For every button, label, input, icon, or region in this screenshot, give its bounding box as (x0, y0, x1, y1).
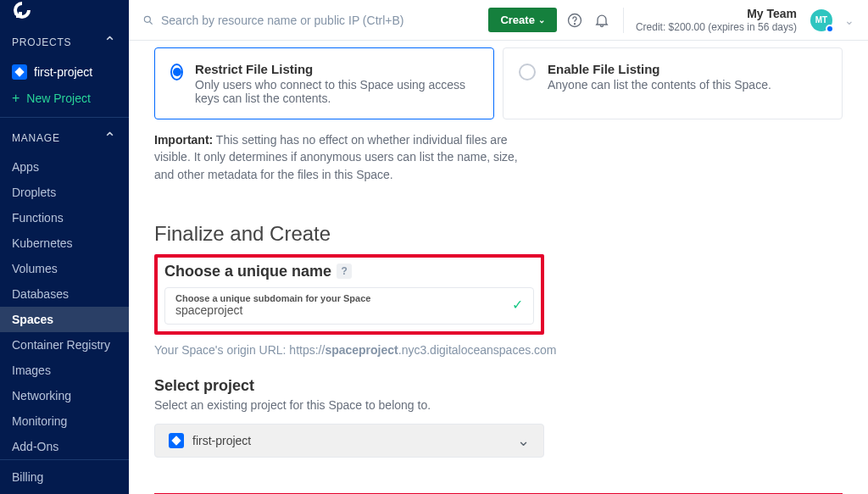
sidebar-item-databases[interactable]: Databases (0, 281, 129, 307)
sidebar-item-droplets[interactable]: Droplets (0, 180, 129, 205)
check-icon: ✓ (512, 297, 523, 313)
subdomain-value: spaceproject (175, 303, 370, 317)
svg-rect-1 (16, 15, 19, 18)
projects-header-label: PROJECTS (12, 36, 71, 48)
search-bar[interactable] (142, 14, 480, 27)
svg-point-3 (144, 16, 150, 22)
restrict-desc: Only users who connect to this Space usi… (195, 78, 478, 105)
enable-desc: Anyone can list the contents of this Spa… (548, 78, 771, 92)
radio-unselected-icon (519, 64, 536, 80)
sidebar-item-kubernetes[interactable]: Kubernetes (0, 230, 129, 256)
avatar[interactable]: MT (810, 9, 832, 31)
restrict-file-listing-card[interactable]: Restrict File Listing Only users who con… (154, 47, 494, 119)
sidebar-item-container-registry[interactable]: Container Registry (0, 332, 129, 358)
project-icon (169, 433, 184, 448)
search-icon (142, 14, 154, 26)
select-project-subtext: Select an existing project for this Spac… (154, 398, 843, 412)
subdomain-input[interactable]: Choose a unique subdomain for your Space… (164, 287, 534, 325)
search-input[interactable] (161, 14, 480, 27)
chevron-down-icon: ⌄ (538, 15, 545, 25)
manage-header-label: MANAGE (12, 132, 60, 144)
radio-selected-icon (170, 64, 183, 80)
finalize-heading: Finalize and Create (154, 222, 843, 246)
project-select-value: first-project (192, 434, 251, 447)
chevron-down-icon: ⌄ (517, 431, 530, 450)
create-button[interactable]: Create ⌄ (488, 8, 556, 32)
sidebar-item-addons[interactable]: Add-Ons (0, 434, 129, 459)
sidebar-project-first[interactable]: first-project (0, 58, 129, 86)
chevron-down-icon[interactable]: ⌄ (844, 14, 854, 27)
bell-icon[interactable] (593, 11, 611, 30)
svg-rect-2 (14, 14, 16, 15)
manage-header[interactable]: MANAGE ⌃ (0, 117, 129, 154)
sidebar-item-functions[interactable]: Functions (0, 205, 129, 230)
help-badge-icon[interactable]: ? (337, 264, 352, 279)
svg-point-6 (574, 23, 575, 24)
page-content: Restrict File Listing Only users who con… (129, 41, 868, 494)
restrict-title: Restrict File Listing (195, 62, 478, 76)
sidebar-item-networking[interactable]: Networking (0, 383, 129, 408)
sidebar-item-monitoring[interactable]: Monitoring (0, 408, 129, 434)
brand-logo[interactable] (0, 0, 129, 21)
sidebar-item-billing[interactable]: Billing (0, 460, 129, 494)
plus-icon: + (12, 92, 19, 105)
important-note: Important: This setting has no effect on… (154, 131, 519, 183)
svg-line-4 (150, 21, 153, 24)
sidebar-item-spaces[interactable]: Spaces (0, 307, 129, 332)
sidebar: PROJECTS ⌃ first-project + New Project M… (0, 0, 129, 494)
enable-title: Enable File Listing (548, 62, 771, 76)
select-project-heading: Select project (154, 377, 843, 395)
new-project-label: New Project (26, 92, 90, 105)
enable-file-listing-card[interactable]: Enable File Listing Anyone can list the … (503, 47, 843, 119)
projects-header[interactable]: PROJECTS ⌃ (0, 21, 129, 58)
origin-url: Your Space's origin URL: https://spacepr… (154, 343, 843, 357)
main-area: Create ⌄ My Team Credit: $200.00 (expire… (129, 0, 868, 494)
project-icon (12, 64, 27, 80)
sidebar-item-apps[interactable]: Apps (0, 154, 129, 180)
sidebar-project-label: first-project (34, 65, 92, 79)
team-name: My Team (636, 6, 797, 21)
choose-name-section: Choose a unique name ? Choose a unique s… (154, 254, 544, 335)
chevron-up-icon: ⌃ (103, 33, 117, 52)
sidebar-item-images[interactable]: Images (0, 358, 129, 383)
project-select[interactable]: first-project ⌄ (154, 424, 544, 458)
subdomain-hint: Choose a unique subdomain for your Space (175, 293, 370, 303)
sidebar-item-volumes[interactable]: Volumes (0, 256, 129, 281)
svg-rect-0 (19, 12, 22, 15)
help-icon[interactable] (565, 11, 584, 30)
chevron-up-icon: ⌃ (103, 129, 117, 147)
team-credit: Credit: $200.00 (expires in 56 days) (636, 21, 797, 35)
team-block: My Team Credit: $200.00 (expires in 56 d… (636, 6, 797, 35)
topbar: Create ⌄ My Team Credit: $200.00 (expire… (129, 0, 868, 41)
choose-name-label: Choose a unique name (164, 263, 331, 280)
new-project-button[interactable]: + New Project (0, 86, 129, 117)
